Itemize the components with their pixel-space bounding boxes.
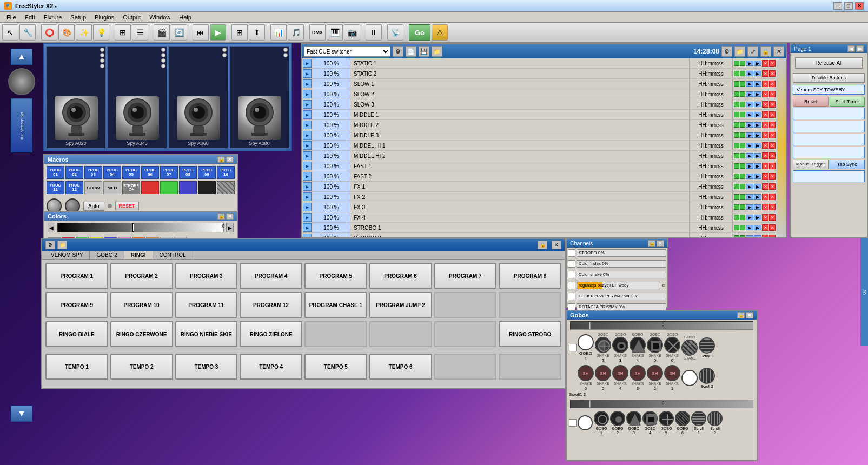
tb-audio-btn[interactable]: 🎵 [288,24,304,41]
prog-lock-btn[interactable]: 🔒 [538,241,547,249]
gobo-shake-item-5[interactable]: SH SHAKE 2 [647,365,663,391]
cue-expand-btn[interactable]: ⤢ [747,46,758,57]
menu-output[interactable]: Output [118,13,145,22]
cue-play-13[interactable]: ▶ [303,192,312,201]
cue-page-btn-3[interactable] [793,121,865,132]
tb-play-btn[interactable]: ▶ [210,24,226,41]
prog-row2-btn-2[interactable]: PROGRAM 11 [175,292,238,318]
gobo-r4-5[interactable]: GOBO 4 [642,411,658,435]
macro-btn-8[interactable]: PROG08 [179,166,197,179]
tb-fader-btn[interactable]: ⬆ [249,24,265,41]
ch-check-5[interactable] [568,293,575,300]
gobo-3[interactable]: GOBO SHAKE 3 [612,333,628,363]
menu-window[interactable]: Window [145,13,175,22]
gobo-shake-item-2[interactable]: SH SHAKE 5 [595,365,611,391]
maximize-button[interactable]: □ [844,2,853,10]
gobos-slider2[interactable]: 0 [570,400,753,408]
prog-row2-btn-3[interactable]: PROGRAM 12 [240,292,302,318]
macro-reset-btn[interactable]: RESET [115,202,139,210]
prog-row3-btn-0[interactable]: RINGO BIALE [45,321,108,347]
cue-row-3[interactable]: ▶ 100 % SLOW 2 HH:mm:ss ▶ ▶ ✕ ✕ [302,89,777,99]
tb-fixture-btn[interactable]: 💡 [93,24,109,41]
gobo-r4-3[interactable]: GOBO 2 [610,411,625,435]
cue-play-12[interactable]: ▶ [303,182,312,191]
prog-row2-btn-4[interactable]: PROGRAM CHASE 1 [304,292,367,318]
prog-row1-btn-6[interactable]: PROGRAM 7 [434,263,497,289]
macro-auto-btn[interactable]: Auto [83,202,104,211]
tb-grid-btn[interactable]: ⊞ [115,24,131,41]
tb-extra-btn[interactable]: 📡 [387,24,403,41]
cue-row-0[interactable]: ▶ 100 % STATIC 1 HH:mm:ss ▶ ▶ ✕ ✕ [302,58,777,69]
macro-btn-9[interactable]: PROG09 [198,166,216,179]
release-all-btn[interactable]: Release All [795,57,863,69]
tb-dmx-btn[interactable]: DMX [309,24,326,41]
channel-header-btns[interactable]: 🔒 ✕ [648,240,664,247]
gobo-2[interactable]: GOBO SHAKE 2 [595,333,611,363]
gobo-shake-item-6[interactable]: SH SHAKE 1 [664,365,680,391]
cue-row-4[interactable]: ▶ 100 % SLOW 3 HH:mm:ss ▶ ▶ ✕ ✕ [302,99,777,110]
channel-close-btn[interactable]: ✕ [657,240,664,247]
macro-slow-btn[interactable]: SLOW [84,181,102,194]
gobo-r4-6[interactable]: GOBO 5 [659,411,674,435]
prog-row4-btn-5[interactable]: TEMPO 6 [369,354,432,380]
color-slider-track[interactable]: 0 [57,223,224,232]
cue-new-btn[interactable]: 📄 [406,46,416,57]
cue-row-17[interactable]: ▶ 100 % STROBO 2 HH:mm:ss ▶ ▶ ✕ ✕ [302,233,777,237]
gobos-check-2[interactable] [569,419,577,427]
cue-row-1[interactable]: ▶ 100 % STATIC 2 HH:mm:ss ▶ ▶ ✕ ✕ [302,69,777,79]
cue-play-5[interactable]: ▶ [303,110,312,119]
cue-page-btn-2[interactable] [793,108,865,119]
tb-circle-btn[interactable]: ⭕ [41,24,57,41]
tb-scene-btn[interactable]: 🎬 [154,24,170,41]
tb-warn-btn[interactable]: ⚠ [432,24,448,41]
macro-green-btn[interactable] [160,181,178,194]
macro-black-btn[interactable] [198,181,216,194]
window-controls[interactable]: — □ ✕ [833,2,864,10]
go-button[interactable]: Go [409,24,430,41]
gobos-check-1[interactable] [569,344,577,351]
macro-btn-7[interactable]: PROG07 [160,166,178,179]
tb-pause-btn[interactable]: ⏸ [366,24,382,41]
prog-row3-btn-2[interactable]: RINGO NIEBIE SKIE [175,321,238,347]
nav-up-arrow[interactable]: ▲ [11,49,32,65]
cue-row-13[interactable]: ▶ 100 % FX 2 HH:mm:ss ▶ ▶ ✕ ✕ [302,192,777,202]
cue-play-10[interactable]: ▶ [303,162,312,170]
cue-row-5[interactable]: ▶ 100 % MIDDLE 1 HH:mm:ss ▶ ▶ ✕ ✕ [302,110,777,120]
gobo-shake-item-4[interactable]: SH SHAKE 3 [630,365,646,391]
gobo-r4-1[interactable] [578,415,593,430]
prog-row3-btn-1[interactable]: RINGO CZERWONE [110,321,173,347]
macro-extra-btn[interactable] [108,204,112,208]
macro-med-btn[interactable]: MED [103,181,121,194]
gobo-1[interactable]: GOBO 1 [578,334,594,361]
colors-close-btn[interactable]: ✕ [226,213,234,220]
tb-vol-btn[interactable]: 📊 [270,24,287,41]
cue-play-2[interactable]: ▶ [303,79,312,88]
menu-edit[interactable]: Edit [21,13,39,22]
gobo-r4-scroll2[interactable]: Scroll 2 [707,411,723,435]
cue-row-14[interactable]: ▶ 100 % FX 3 HH:mm:ss ▶ ▶ ✕ ✕ [302,202,777,212]
prog-row4-btn-3[interactable]: TEMPO 4 [240,354,302,380]
cue-row-10[interactable]: ▶ 100 % FAST 1 HH:mm:ss ▶ ▶ ✕ ✕ [302,161,777,171]
cue-page-btn-1[interactable]: Venom SPY TOWERY [793,85,865,95]
close-button[interactable]: ✕ [855,2,864,10]
cue-play-14[interactable]: ▶ [303,203,312,211]
tb-cursor-btn[interactable]: ↖ [2,24,18,41]
cue-folder-btn[interactable]: 📁 [432,46,442,57]
gobo-scroll1[interactable]: Scroll 1 [699,337,715,358]
gobo-r4-scroll1[interactable]: Scroll 1 [691,411,706,435]
ch-check-4[interactable] [568,282,575,289]
tab-control[interactable]: CONTROL [153,251,193,259]
prog-row4-btn-1[interactable]: TEMPO 2 [110,354,173,380]
prog-row1-btn-0[interactable]: PROGRAM 1 [45,263,108,289]
macro-blue-btn[interactable] [179,181,197,194]
macros-lock-btn[interactable]: 🔒 [217,156,225,163]
cue-row-2[interactable]: ▶ 100 % SLOW 1 HH:mm:ss ▶ ▶ ✕ ✕ [302,79,777,89]
cue-play-11[interactable]: ▶ [303,172,312,181]
tb-tool2-btn[interactable]: 🔧 [19,24,36,41]
tap-sync-btn[interactable]: Tap Sync [830,160,865,169]
fixture-thumb-3[interactable]: Spy A060 [168,46,228,149]
macro-btn-12[interactable]: PROG12 [65,181,83,194]
manual-trigger-btn[interactable]: Manual Trigger [793,160,829,169]
macro-btn-6[interactable]: PROG06 [141,166,159,179]
cue-row-7[interactable]: ▶ 100 % MIDDLE 3 HH:mm:ss ▶ ▶ ✕ ✕ [302,130,777,141]
